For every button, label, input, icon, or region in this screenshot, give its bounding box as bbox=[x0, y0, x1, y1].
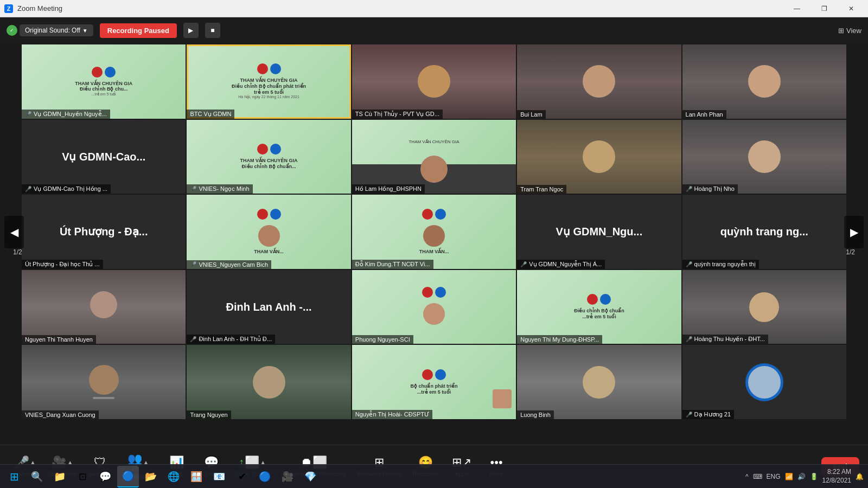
taskbar-expand-icon[interactable]: ^ bbox=[745, 473, 749, 480]
cell-label-p13: Đỗ Kim Dung.TT NCĐT Vi... bbox=[352, 260, 433, 269]
cell-label-p7: 🎤 VNIES- Ngọc Minh bbox=[187, 184, 252, 194]
taskbar-mail[interactable]: 📧 bbox=[208, 466, 230, 487]
video-cell-p12[interactable]: THAM VẤN... 🎤 VNIES_Nguyen Cam Bich bbox=[187, 195, 350, 269]
taskbar-search[interactable]: 🔍 bbox=[26, 466, 48, 487]
video-cell-p22[interactable]: Trang Nguyen bbox=[187, 345, 350, 419]
sound-status-icon: ✓ bbox=[7, 25, 17, 36]
cell-label-p16: Nguyen Thi Thanh Huyen bbox=[22, 335, 96, 344]
video-cell-p11[interactable]: Út Phượng - Đạ... Út Phượng - Đại học Th… bbox=[22, 195, 186, 269]
taskbar-file-explorer[interactable]: 📁 bbox=[49, 466, 71, 487]
cell-label-p6: 🎤 Vụ GDMN-Cao Thị Hồng ... bbox=[22, 184, 111, 194]
video-cell-p2[interactable]: THAM VẤN CHUYÊN GIAĐiều chỉnh Bộ chuẩn p… bbox=[187, 44, 350, 119]
video-cell-p6[interactable]: Vụ GDMN-Cao... 🎤 Vụ GDMN-Cao Thị Hồng ..… bbox=[22, 120, 186, 194]
video-cell-p15[interactable]: quỳnh trang ng... 🎤 quỳnh trang nguyễn t… bbox=[682, 195, 846, 269]
cell-label-p4: Bui Lam bbox=[517, 110, 545, 119]
taskbar-app3[interactable]: 🎥 bbox=[277, 466, 298, 487]
taskbar-keyboard-icon[interactable]: ⌨ bbox=[753, 473, 762, 480]
taskbar-widgets[interactable]: ⊡ bbox=[72, 466, 93, 487]
windows-icon: ⊞ bbox=[10, 470, 19, 483]
video-cell-p17[interactable]: Đinh Lan Anh -... 🎤 Đinh Lan Anh - ĐH Th… bbox=[187, 270, 350, 344]
taskbar-notifications-icon[interactable]: 🔔 bbox=[856, 473, 864, 480]
taskbar-edge[interactable]: 🌐 bbox=[163, 466, 184, 487]
original-sound-button[interactable]: Original Sound: Off ▼ bbox=[20, 24, 93, 36]
taskbar-volume-icon[interactable]: 🔊 bbox=[797, 473, 806, 480]
play-recording-button[interactable]: ▶ bbox=[183, 23, 199, 38]
cell-label-p20: 🎤 Hoàng Thu Huyền - ĐHT... bbox=[682, 335, 768, 344]
video-cell-p4[interactable]: Bui Lam bbox=[517, 44, 681, 119]
taskbar-folder[interactable]: 📂 bbox=[140, 466, 162, 487]
video-cell-p8[interactable]: THAM VẤN CHUYÊN GIA Hồ Lam Hồng_ĐHSPHN bbox=[352, 120, 516, 194]
video-cell-p18[interactable]: Phuong Nguyen-SCI bbox=[352, 270, 516, 344]
mic-muted-icon-p10: 🎤 bbox=[686, 186, 692, 192]
cell-label-p23: Nguyễn Thị Hoài- CĐSPTƯ bbox=[352, 410, 432, 419]
taskbar-wifi-icon[interactable]: 📶 bbox=[785, 473, 793, 480]
cell-label-p25: 🎤 Dạ Hương 21 bbox=[682, 410, 734, 419]
video-cell-p19[interactable]: Điều chỉnh Bộ chuẩn...trẻ em 5 tuổi Nguy… bbox=[517, 270, 681, 344]
cell-label-p11: Út Phượng - Đại học Thủ ... bbox=[22, 260, 103, 269]
mic-muted-icon-p20: 🎤 bbox=[686, 336, 692, 342]
cell-label-p12: 🎤 VNIES_Nguyen Cam Bich bbox=[187, 260, 271, 269]
taskbar-app4[interactable]: 💎 bbox=[299, 466, 321, 487]
cell-label-p9: Tram Tran Ngoc bbox=[517, 185, 566, 194]
cell-label-p21: VNIES_Dang Xuan Cuong bbox=[22, 410, 99, 419]
taskbar-battery-icon[interactable]: 🔋 bbox=[810, 473, 818, 480]
window-controls[interactable]: — ❐ ✕ bbox=[784, 0, 864, 17]
cell-label-p18: Phuong Nguyen-SCI bbox=[352, 335, 413, 344]
video-cell-p23[interactable]: Bộ chuẩn phát triển...trẻ em 5 tuổi Nguy… bbox=[352, 345, 516, 419]
video-cell-p25[interactable]: 🎤 Dạ Hương 21 bbox=[682, 345, 846, 419]
close-button[interactable]: ✕ bbox=[839, 0, 864, 17]
mic-muted-icon-p14: 🎤 bbox=[520, 261, 527, 267]
minimize-button[interactable]: — bbox=[784, 0, 809, 17]
cell-label-p15: 🎤 quỳnh trang nguyễn thị bbox=[682, 260, 759, 269]
video-cell-p20[interactable]: 🎤 Hoàng Thu Huyền - ĐHT... bbox=[682, 270, 846, 344]
recording-paused-button[interactable]: Recording Paused bbox=[100, 23, 177, 38]
page-indicator-right: 1/2 bbox=[846, 248, 855, 256]
window-title: Zoom Meeting bbox=[17, 4, 780, 12]
maximize-button[interactable]: ❐ bbox=[812, 0, 837, 17]
page-indicator-left: 1/2 bbox=[13, 248, 22, 256]
mic-muted-icon-p15: 🎤 bbox=[686, 261, 692, 267]
cell-label-p8: Hồ Lam Hồng_ĐHSPHN bbox=[352, 184, 425, 194]
video-cell-p9[interactable]: Tram Tran Ngoc bbox=[517, 120, 681, 194]
previous-page-button[interactable]: ◀ bbox=[4, 216, 24, 248]
video-cell-p10[interactable]: 🎤 Hoàng Thị Nho bbox=[682, 120, 846, 194]
video-cell-p14[interactable]: Vụ GDMN_Ngu... 🎤 Vụ GDMN_Nguyễn Thị Á... bbox=[517, 195, 681, 269]
mic-muted-icon-p25: 🎤 bbox=[686, 412, 692, 418]
taskbar-zoom[interactable]: 🔵 bbox=[117, 466, 139, 487]
toolbar-right: ⊞ View bbox=[838, 27, 861, 35]
start-button[interactable]: ⊞ bbox=[4, 467, 24, 486]
mic-muted-icon-p17: 🎤 bbox=[190, 336, 196, 342]
video-cell-p3[interactable]: TS Cù Thị Thủy - PVT Vụ GD... bbox=[352, 44, 516, 119]
taskbar-system-tray: ^ ⌨ ENG 📶 🔊 🔋 8:22 AM 12/8/2021 🔔 bbox=[745, 468, 864, 485]
video-cell-p1[interactable]: THAM VẤN CHUYÊN GIAĐiều chỉnh Bộ chu... … bbox=[22, 44, 186, 119]
taskbar-chat[interactable]: 💬 bbox=[94, 466, 116, 487]
cell-label-p2: BTC Vụ GDMN bbox=[187, 110, 234, 119]
taskbar-app2[interactable]: 🔵 bbox=[254, 466, 276, 487]
cell-label-p5: Lan Anh Phan bbox=[682, 110, 726, 119]
video-cell-p5[interactable]: Lan Anh Phan bbox=[682, 44, 846, 119]
cell-label-p17: 🎤 Đinh Lan Anh - ĐH Thủ Đ... bbox=[187, 335, 275, 344]
video-cell-p7[interactable]: THAM VẤN CHUYÊN GIAĐiều chỉnh Bộ chuẩn..… bbox=[187, 120, 350, 194]
cell-label-p14: 🎤 Vụ GDMN_Nguyễn Thị Á... bbox=[517, 260, 605, 269]
windows-taskbar: ⊞ 🔍 📁 ⊡ 💬 🔵 📂 🌐 🪟 📧 ✔ 🔵 🎥 💎 ^ ⌨ ENG 📶 🔊 … bbox=[0, 464, 868, 488]
mic-muted-icon-p6: 🎤 bbox=[25, 186, 31, 192]
gallery-area: ◀ 1/2 ▶ 1/2 THAM VẤN CHUYÊN GIAĐiều chỉn… bbox=[0, 43, 868, 420]
video-cell-p16[interactable]: Nguyen Thi Thanh Huyen bbox=[22, 270, 186, 344]
video-cell-p21[interactable]: VNIES_Dang Xuan Cuong bbox=[22, 345, 186, 419]
taskbar-lang[interactable]: ENG bbox=[767, 473, 781, 480]
video-cell-p24[interactable]: Luong Binh bbox=[517, 345, 681, 419]
view-button[interactable]: ⊞ View bbox=[838, 27, 861, 35]
app-icon: Z bbox=[4, 4, 13, 13]
taskbar-clock: 8:22 AM 12/8/2021 bbox=[822, 468, 851, 485]
stop-recording-button[interactable]: ■ bbox=[205, 23, 220, 38]
taskbar-pinned-icons: 🔍 📁 ⊡ 💬 🔵 📂 🌐 🪟 📧 ✔ 🔵 🎥 💎 bbox=[26, 466, 743, 487]
cell-label-p10: 🎤 Hoàng Thị Nho bbox=[682, 184, 738, 194]
mic-muted-icon-p12: 🎤 bbox=[190, 261, 196, 267]
mic-muted-icon-p7: 🎤 bbox=[190, 186, 196, 192]
next-page-button[interactable]: ▶ bbox=[844, 216, 864, 248]
taskbar-store[interactable]: 🪟 bbox=[186, 466, 207, 487]
video-cell-p13[interactable]: THAM VẤN... Đỗ Kim Dung.TT NCĐT Vi... bbox=[352, 195, 516, 269]
cell-label-p24: Luong Binh bbox=[517, 410, 554, 419]
taskbar-app1[interactable]: ✔ bbox=[231, 466, 253, 487]
mic-muted-icon: 🎤 bbox=[25, 111, 31, 117]
